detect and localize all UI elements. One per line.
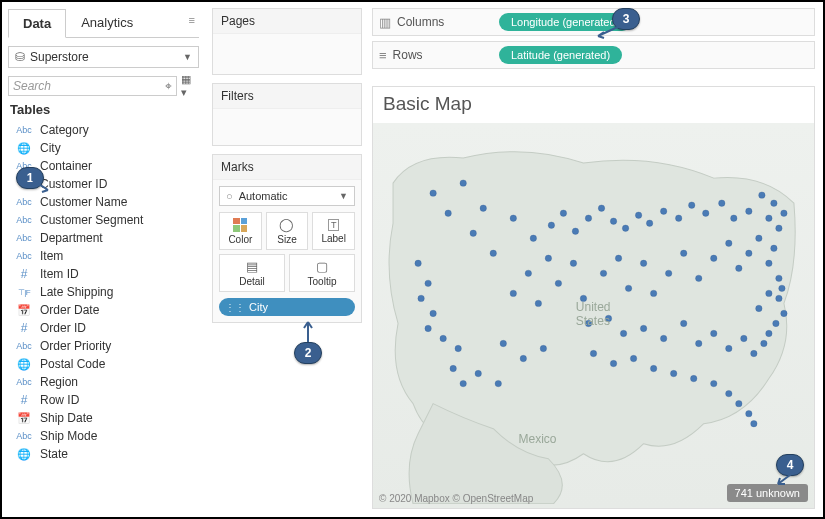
- svg-point-2: [460, 180, 466, 186]
- tab-analytics[interactable]: Analytics: [66, 8, 148, 37]
- svg-point-30: [711, 255, 717, 261]
- svg-point-23: [615, 255, 621, 261]
- svg-point-32: [736, 265, 742, 271]
- svg-point-24: [625, 285, 631, 291]
- svg-point-78: [703, 210, 709, 216]
- field-item[interactable]: AbcItem: [8, 247, 203, 265]
- svg-point-25: [640, 260, 646, 266]
- detail-icon: ▤: [246, 259, 258, 274]
- field-state[interactable]: 🌐State: [8, 445, 203, 463]
- field-late-shipping[interactable]: ⊤|FLate Shipping: [8, 283, 203, 301]
- field-postal-code[interactable]: 🌐Postal Code: [8, 355, 203, 373]
- field-city[interactable]: 🌐City: [8, 139, 203, 157]
- field-department[interactable]: AbcDepartment: [8, 229, 203, 247]
- sheet-title[interactable]: Basic Map: [373, 87, 814, 121]
- circle-icon: ○: [226, 190, 233, 202]
- svg-point-36: [771, 245, 777, 251]
- svg-point-12: [490, 250, 496, 256]
- field-row-id[interactable]: #Row ID: [8, 391, 203, 409]
- map-canvas[interactable]: UnitedStates Mexico © 2020 Mapbox © Open…: [373, 123, 814, 508]
- detail-pill-city[interactable]: ⋮⋮ City: [219, 298, 355, 316]
- color-icon: [233, 218, 247, 232]
- search-placeholder: Search: [13, 79, 51, 93]
- detail-small-icon: ⋮⋮: [225, 302, 245, 313]
- svg-point-6: [418, 295, 424, 301]
- field-order-priority[interactable]: AbcOrder Priority: [8, 337, 203, 355]
- svg-point-10: [455, 345, 461, 351]
- mark-type-text: Automatic: [239, 190, 288, 202]
- svg-point-60: [736, 400, 742, 406]
- field-customer-segment[interactable]: AbcCustomer Segment: [8, 211, 203, 229]
- svg-point-70: [766, 215, 772, 221]
- svg-point-19: [555, 280, 561, 286]
- pages-shelf[interactable]: Pages: [212, 8, 362, 75]
- filters-shelf[interactable]: Filters: [212, 83, 362, 146]
- svg-point-75: [746, 208, 752, 214]
- marks-tooltip-button[interactable]: ▢ Tooltip: [289, 254, 355, 292]
- search-input[interactable]: Search ⌖: [8, 76, 177, 96]
- columns-icon: ▥: [379, 15, 391, 30]
- svg-point-84: [622, 225, 628, 231]
- svg-point-9: [440, 335, 446, 341]
- marks-size-button[interactable]: ◯ Size: [266, 212, 309, 250]
- field-region[interactable]: AbcRegion: [8, 373, 203, 391]
- rows-label: Rows: [393, 48, 423, 62]
- collapse-icon[interactable]: ≡: [185, 8, 199, 37]
- chevron-down-icon: ▼: [183, 52, 192, 62]
- annotation-arrow-1: [30, 178, 52, 194]
- size-icon: ◯: [279, 217, 294, 232]
- field-order-date[interactable]: 📅Order Date: [8, 301, 203, 319]
- view-mode-toggle[interactable]: ▦ ▾: [181, 77, 199, 95]
- viz-area: Basic Map UnitedStates Mexico © 2020 Map…: [372, 86, 815, 509]
- svg-point-13: [510, 215, 516, 221]
- svg-point-91: [776, 295, 782, 301]
- field-item-id[interactable]: #Item ID: [8, 265, 203, 283]
- svg-point-22: [600, 270, 606, 276]
- annotation-2: 2: [294, 342, 322, 364]
- svg-point-82: [646, 220, 652, 226]
- field-category[interactable]: AbcCategory: [8, 121, 203, 139]
- svg-point-53: [610, 360, 616, 366]
- marks-color-button[interactable]: Color: [219, 212, 262, 250]
- marks-detail-button[interactable]: ▤ Detail: [219, 254, 285, 292]
- field-order-id[interactable]: #Order ID: [8, 319, 203, 337]
- chevron-down-icon: ▼: [339, 191, 348, 201]
- map-attribution: © 2020 Mapbox © OpenStreetMap: [379, 493, 533, 504]
- svg-point-44: [660, 335, 666, 341]
- rows-shelf[interactable]: ≡ Rows Latitude (generated): [372, 41, 815, 69]
- svg-point-8: [425, 325, 431, 331]
- svg-point-26: [650, 290, 656, 296]
- marks-label-button[interactable]: T Label: [312, 212, 355, 250]
- datasource-name: Superstore: [30, 50, 89, 64]
- svg-point-33: [746, 250, 752, 256]
- tab-data[interactable]: Data: [8, 9, 66, 38]
- svg-point-67: [495, 380, 501, 386]
- svg-point-59: [726, 390, 732, 396]
- svg-point-7: [430, 310, 436, 316]
- field-ship-mode[interactable]: AbcShip Mode: [8, 427, 203, 445]
- svg-point-16: [545, 255, 551, 261]
- svg-point-38: [766, 290, 772, 296]
- svg-point-83: [635, 212, 641, 218]
- filters-label: Filters: [213, 84, 361, 109]
- svg-point-85: [610, 218, 616, 224]
- svg-point-71: [776, 225, 782, 231]
- datasource-select[interactable]: ⛁ Superstore ▼: [8, 46, 199, 68]
- svg-point-0: [430, 190, 436, 196]
- svg-point-69: [450, 365, 456, 371]
- svg-point-52: [590, 350, 596, 356]
- field-customer-name[interactable]: AbcCustomer Name: [8, 193, 203, 211]
- svg-point-48: [726, 345, 732, 351]
- svg-point-62: [751, 420, 757, 426]
- svg-point-63: [500, 340, 506, 346]
- svg-point-57: [691, 375, 697, 381]
- database-icon: ⛁: [15, 50, 25, 64]
- field-ship-date[interactable]: 📅Ship Date: [8, 409, 203, 427]
- rows-pill-latitude[interactable]: Latitude (generated): [499, 46, 622, 64]
- svg-point-42: [620, 330, 626, 336]
- svg-point-54: [630, 355, 636, 361]
- svg-point-1: [445, 210, 451, 216]
- annotation-arrow-4: [774, 470, 798, 488]
- mark-type-select[interactable]: ○ Automatic ▼: [219, 186, 355, 206]
- svg-point-68: [460, 380, 466, 386]
